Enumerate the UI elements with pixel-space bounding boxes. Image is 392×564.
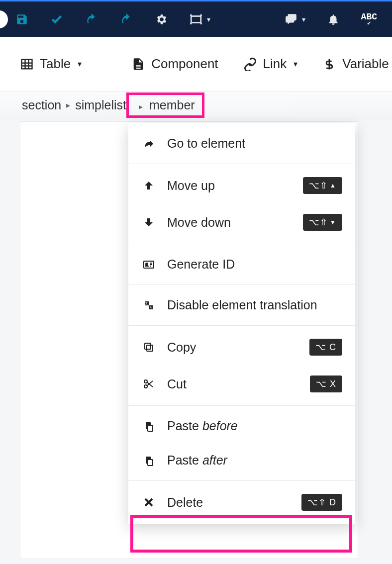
- svg-rect-13: [147, 345, 153, 351]
- menu-go-to-element[interactable]: Go to element: [128, 126, 355, 161]
- shortcut-badge: ⌥⇧ D: [301, 494, 342, 511]
- chevron-down-icon: ▾: [302, 15, 305, 23]
- variable-label: Variable: [342, 56, 389, 72]
- id-card-icon: [141, 259, 156, 271]
- link-button[interactable]: Link ▾: [243, 56, 298, 72]
- table-label: Table: [40, 56, 71, 72]
- check-icon: ✔: [367, 20, 371, 26]
- check-icon[interactable]: [50, 12, 64, 26]
- close-icon: [141, 496, 156, 508]
- menu-label: Paste before: [167, 419, 342, 433]
- menu-label: Paste after: [167, 453, 342, 468]
- breadcrumb-item[interactable]: simplelist: [73, 97, 128, 113]
- chevron-down-icon: ▾: [207, 15, 210, 23]
- shortcut-badge: ⌥⇧ ▼: [303, 214, 342, 231]
- redo-icon[interactable]: [119, 12, 133, 26]
- spellcheck-icon[interactable]: ABC ✔: [361, 12, 377, 26]
- comments-dropdown[interactable]: ▾: [284, 12, 305, 26]
- menu-delete[interactable]: Delete ⌥⇧ D: [128, 484, 355, 521]
- breadcrumb-item-highlighted[interactable]: ▸ member: [126, 93, 204, 118]
- menu-paste-before[interactable]: Paste before: [128, 409, 355, 443]
- arrow-up-icon: [141, 180, 156, 191]
- component-button[interactable]: Component: [131, 56, 218, 72]
- paste-before-icon: [141, 420, 156, 432]
- chevron-right-icon: ▸: [66, 100, 70, 110]
- svg-rect-0: [191, 16, 201, 22]
- document-icon: [131, 57, 145, 71]
- dollar-icon: [322, 57, 336, 71]
- component-label: Component: [151, 56, 218, 72]
- menu-label: Copy: [167, 340, 298, 355]
- top-toolbar: ▾ ▾ ABC ✔: [0, 0, 392, 37]
- menu-label: Delete: [167, 495, 291, 510]
- paste-after-icon: [141, 455, 156, 467]
- variable-button[interactable]: Variable: [322, 56, 389, 72]
- menu-generate-id[interactable]: Generate ID: [128, 247, 355, 282]
- svg-rect-20: [148, 425, 153, 431]
- shortcut-badge: ⌥⇧ ▲: [303, 177, 342, 194]
- menu-label: Cut: [167, 377, 299, 391]
- copy-icon: [141, 341, 156, 353]
- menu-cut[interactable]: Cut ⌥ X: [128, 366, 355, 402]
- undo-icon[interactable]: [85, 12, 98, 26]
- svg-rect-14: [145, 343, 151, 349]
- menu-label: Go to element: [167, 136, 342, 151]
- breadcrumb: section ▸ simplelist ▸ member: [0, 92, 392, 119]
- secondary-toolbar: Table ▾ Component Link ▾ Variable: [0, 37, 392, 92]
- chevron-down-icon: ▾: [294, 59, 297, 69]
- menu-copy[interactable]: Copy ⌥ C: [128, 329, 355, 366]
- toolbar-drag-handle[interactable]: [0, 10, 8, 28]
- svg-rect-22: [148, 460, 153, 466]
- menu-move-up[interactable]: Move up ⌥⇧ ▲: [128, 167, 355, 204]
- translation-icon: 文A: [141, 299, 156, 311]
- svg-text:A: A: [150, 306, 152, 309]
- menu-paste-after[interactable]: Paste after: [128, 443, 355, 477]
- svg-point-7: [146, 263, 148, 265]
- bell-icon[interactable]: [326, 12, 340, 26]
- shortcut-badge: ⌥ X: [310, 376, 342, 392]
- breadcrumb-item[interactable]: section: [20, 97, 63, 113]
- save-icon[interactable]: [15, 12, 29, 26]
- menu-label: Move up: [167, 179, 292, 193]
- link-icon: [243, 57, 257, 71]
- svg-text:文: 文: [145, 301, 148, 305]
- chevron-down-icon: ▾: [78, 59, 82, 69]
- menu-label: Disable element translation: [167, 298, 342, 312]
- frame-dropdown[interactable]: ▾: [189, 12, 210, 26]
- link-label: Link: [263, 56, 287, 72]
- table-icon: [20, 57, 34, 71]
- menu-label: Generate ID: [167, 257, 342, 272]
- arrow-down-icon: [141, 216, 156, 228]
- svg-rect-1: [22, 59, 32, 69]
- chevron-right-icon: ▸: [139, 102, 143, 111]
- context-menu: Go to element Move up ⌥⇧ ▲ Move down ⌥⇧ …: [128, 123, 355, 524]
- arrow-share-icon: [141, 138, 156, 150]
- scissors-icon: [141, 378, 156, 390]
- breadcrumb-item-label: member: [149, 98, 195, 112]
- table-button[interactable]: Table ▾: [20, 56, 82, 72]
- menu-label: Move down: [167, 215, 292, 230]
- gear-icon[interactable]: [154, 12, 168, 26]
- menu-disable-translation[interactable]: 文A Disable element translation: [128, 288, 355, 322]
- menu-move-down[interactable]: Move down ⌥⇧ ▼: [128, 204, 355, 241]
- shortcut-badge: ⌥ C: [309, 339, 342, 356]
